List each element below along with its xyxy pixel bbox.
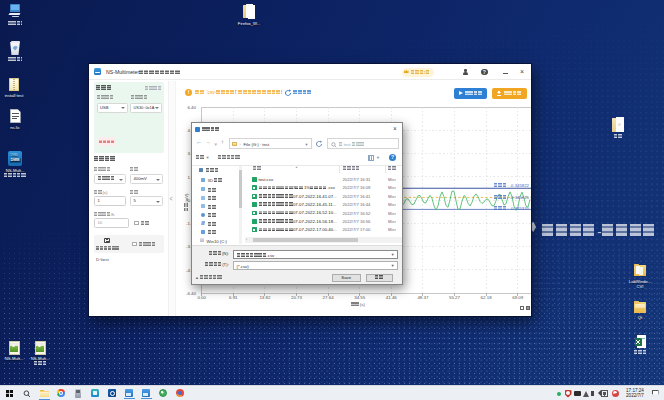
svg-text:69.09: 69.09 xyxy=(512,295,524,300)
svg-text:6.91: 6.91 xyxy=(229,295,238,300)
svg-text:62.18: 62.18 xyxy=(481,295,493,300)
svg-text:0.00: 0.00 xyxy=(197,295,206,300)
svg-text:20.73: 20.73 xyxy=(291,295,303,300)
svg-text:48.37: 48.37 xyxy=(417,295,429,300)
svg-text:13.82: 13.82 xyxy=(259,295,271,300)
svg-text:41.46: 41.46 xyxy=(386,295,398,300)
svg-text:-6.40: -6.40 xyxy=(186,291,197,296)
svg-text:27.64: 27.64 xyxy=(323,295,335,300)
svg-text:34.55: 34.55 xyxy=(354,295,366,300)
svg-text:6.40: 6.40 xyxy=(187,105,196,110)
svg-text:55.27: 55.27 xyxy=(449,295,461,300)
